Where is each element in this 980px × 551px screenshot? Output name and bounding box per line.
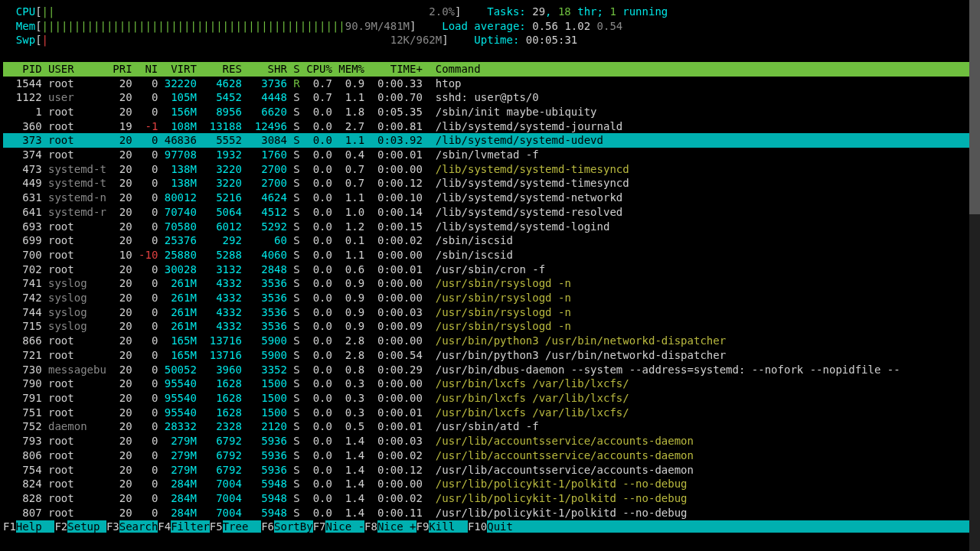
cpu-meter: CPU[|| 2.0%] Tasks: 29, 18 thr; 1 runnin… xyxy=(3,5,977,19)
swp-meter: Swp[| 12K/962M] Uptime: 00:05:31 xyxy=(3,33,977,47)
process-row[interactable]: 699 root 20 0 25376 292 60 S 0.0 0.1 0:0… xyxy=(3,233,977,248)
process-row[interactable]: 793 root 20 0 279M 6792 5936 S 0.0 1.4 0… xyxy=(3,434,977,448)
process-row[interactable]: 754 root 20 0 279M 6792 5936 S 0.0 1.4 0… xyxy=(3,463,977,478)
process-row[interactable]: 807 root 20 0 284M 7004 5948 S 0.0 1.4 0… xyxy=(3,506,977,520)
process-row[interactable]: 693 root 20 0 70580 6012 5292 S 0.0 1.2 … xyxy=(3,220,977,234)
process-row[interactable]: 473 systemd-t 20 0 138M 3220 2700 S 0.0 … xyxy=(3,162,977,177)
process-row[interactable]: 373 root 20 0 46836 5552 3084 S 0.0 1.1 … xyxy=(3,133,977,148)
process-row[interactable]: 791 root 20 0 95540 1628 1500 S 0.0 0.3 … xyxy=(3,391,977,406)
process-row[interactable]: 751 root 20 0 95540 1628 1500 S 0.0 0.3 … xyxy=(3,406,977,420)
process-row[interactable]: 449 systemd-t 20 0 138M 3220 2700 S 0.0 … xyxy=(3,176,977,191)
process-row[interactable]: 1544 root 20 0 32220 4628 3736 R 0.7 0.9… xyxy=(3,77,977,91)
function-key-bar[interactable]: F1Help F2Setup F3SearchF4FilterF5Tree F6… xyxy=(3,520,977,534)
scrollbar-thumb[interactable] xyxy=(969,0,980,214)
scrollbar[interactable] xyxy=(969,0,980,551)
process-row[interactable]: 721 root 20 0 165M 13716 5900 S 0.0 2.8 … xyxy=(3,348,977,363)
process-row[interactable]: 702 root 20 0 30028 3132 2848 S 0.0 0.6 … xyxy=(3,262,977,277)
blank xyxy=(3,47,977,62)
process-row[interactable]: 752 daemon 20 0 28332 2328 2120 S 0.0 0.… xyxy=(3,419,977,434)
process-row[interactable]: 806 root 20 0 279M 6792 5936 S 0.0 1.4 0… xyxy=(3,448,977,463)
process-row[interactable]: 730 messagebu 20 0 50052 3960 3352 S 0.0… xyxy=(3,363,977,377)
process-row[interactable]: 742 syslog 20 0 261M 4332 3536 S 0.0 0.9… xyxy=(3,291,977,305)
process-row[interactable]: 360 root 19 -1 108M 13188 12496 S 0.0 2.… xyxy=(3,119,977,134)
process-list[interactable]: 1544 root 20 0 32220 4628 3736 R 0.7 0.9… xyxy=(3,77,977,520)
process-row[interactable]: 824 root 20 0 284M 7004 5948 S 0.0 1.4 0… xyxy=(3,477,977,491)
mem-meter: Mem[||||||||||||||||||||||||||||||||||||… xyxy=(3,19,977,34)
process-row[interactable]: 790 root 20 0 95540 1628 1500 S 0.0 0.3 … xyxy=(3,377,977,391)
htop-screen[interactable]: CPU[|| 2.0%] Tasks: 29, 18 thr; 1 runnin… xyxy=(0,0,980,534)
process-row[interactable]: 700 root 10 -10 25880 5288 4060 S 0.0 1.… xyxy=(3,248,977,262)
process-row[interactable]: 744 syslog 20 0 261M 4332 3536 S 0.0 0.9… xyxy=(3,305,977,320)
column-headers[interactable]: PID USER PRI NI VIRT RES SHR S CPU% MEM%… xyxy=(3,62,977,77)
process-row[interactable]: 641 systemd-r 20 0 70740 5064 4512 S 0.0… xyxy=(3,205,977,220)
process-row[interactable]: 866 root 20 0 165M 13716 5900 S 0.0 2.8 … xyxy=(3,334,977,348)
process-row[interactable]: 1 root 20 0 156M 8956 6620 S 0.0 1.8 0:0… xyxy=(3,105,977,119)
process-row[interactable]: 741 syslog 20 0 261M 4332 3536 S 0.0 0.9… xyxy=(3,276,977,291)
process-row[interactable]: 631 systemd-n 20 0 80012 5216 4624 S 0.0… xyxy=(3,191,977,205)
process-row[interactable]: 374 root 20 0 97708 1932 1760 S 0.0 0.4 … xyxy=(3,148,977,162)
process-row[interactable]: 828 root 20 0 284M 7004 5948 S 0.0 1.4 0… xyxy=(3,491,977,506)
process-row[interactable]: 1122 user 20 0 105M 5452 4448 S 0.7 1.1 … xyxy=(3,90,977,105)
process-row[interactable]: 715 syslog 20 0 261M 4332 3536 S 0.0 0.9… xyxy=(3,319,977,334)
